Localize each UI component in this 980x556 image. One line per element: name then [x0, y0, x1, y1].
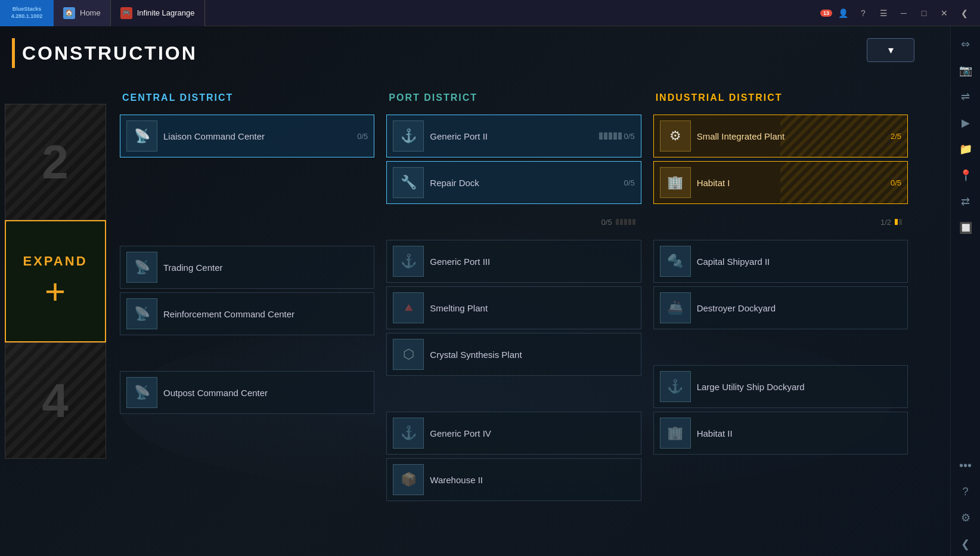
habitat-1-card[interactable]: 🏢 Habitat I 0/5	[653, 161, 908, 204]
liaison-cmd-icon-wrap: 📡	[126, 121, 157, 152]
card-stripes	[780, 115, 907, 157]
trading-center-name: Trading Center	[163, 262, 368, 273]
window-controls: 13 👤 ? ☰ ─ □ ✕ ❮	[820, 4, 980, 23]
central-district: CENTRAL DISTRICT 📡 Liaison Command Cente…	[115, 86, 379, 556]
toolbar-folder-btn[interactable]: 📁	[954, 137, 978, 161]
toolbar-more-btn[interactable]: •••	[954, 453, 978, 477]
menu-btn[interactable]: ☰	[874, 4, 893, 23]
bolt-icon: 🔩	[667, 254, 683, 269]
toolbar-expand-btn[interactable]: ⇔	[954, 32, 978, 56]
districts-wrapper: CENTRAL DISTRICT 📡 Liaison Command Cente…	[110, 86, 917, 556]
toolbar-screenshot-btn[interactable]: 📷	[954, 58, 978, 82]
warehouse-icon: 📦	[401, 472, 417, 487]
anchor-4-icon: ⚓	[401, 425, 417, 441]
game-tab[interactable]: 🎮 Infinite Lagrange	[111, 0, 205, 26]
trading-center-card[interactable]: 📡 Trading Center	[120, 246, 374, 289]
generic-port-4-card[interactable]: ⚓ Generic Port IV	[386, 412, 641, 455]
game-tab-label: Infinite Lagrange	[137, 8, 195, 17]
level-sidebar: 2 EXPAND + 4	[0, 86, 110, 556]
destroyer-dockyard-name: Destroyer Dockyard	[697, 303, 901, 313]
home-tab-label: Home	[80, 8, 101, 17]
small-plant-icon-wrap: ⚙	[660, 121, 691, 152]
main-content: 2 EXPAND + 4 CENTRAL DISTRICT	[0, 86, 917, 556]
wrench-icon: 🔧	[401, 175, 417, 190]
smelting-plant-card[interactable]: 🔺 Smelting Plant	[386, 286, 641, 329]
liaison-cmd-count: 0/5	[357, 132, 368, 141]
user-icon-btn[interactable]: 👤	[833, 4, 852, 23]
central-sep	[120, 207, 374, 246]
broadcast-icon: 📡	[134, 260, 150, 275]
liaison-cmd-center-card[interactable]: 📡 Liaison Command Center 0/5	[120, 115, 374, 157]
central-district-header: CENTRAL DISTRICT	[120, 86, 374, 110]
warehouse-2-card[interactable]: 📦 Warehouse II	[386, 458, 641, 501]
s4	[628, 219, 631, 225]
large-utility-icon-wrap: ⚓	[660, 371, 691, 402]
back-btn[interactable]: ❮	[955, 4, 974, 23]
port-separator: 0/5	[386, 204, 641, 240]
habitat-2-icon-wrap: 🏢	[660, 418, 691, 449]
generic-port-3-icon-wrap: ⚓	[393, 246, 424, 277]
minimize-btn[interactable]: ─	[894, 4, 913, 23]
toolbar-back-btn[interactable]: ❮	[954, 532, 978, 556]
toolbar-pin-btn[interactable]: 📍	[954, 163, 978, 187]
port-district-title: PORT DISTRICT	[389, 92, 477, 103]
page-title: CONSTRUCTION	[22, 42, 197, 64]
gear-circle-icon: ⚙	[669, 128, 681, 144]
port-district-header: PORT DISTRICT	[386, 86, 641, 110]
bar3	[609, 132, 612, 140]
small-integrated-plant-card[interactable]: ⚙ Small Integrated Plant 2/5	[653, 115, 908, 157]
capital-shipyard-2-card[interactable]: 🔩 Capital Shipyard II	[653, 240, 908, 283]
game-area: CONSTRUCTION ▾ 2 EXPAND + 4	[0, 26, 950, 556]
home-tab[interactable]: 🏠 Home	[54, 0, 111, 26]
close-btn[interactable]: ✕	[935, 4, 954, 23]
habitat-2-card[interactable]: 🏢 Habitat II	[653, 412, 908, 455]
home-tab-icon: 🏠	[63, 7, 75, 19]
generic-port-2-name: Generic Port II	[430, 131, 593, 141]
port-district: PORT DISTRICT ⚓ Generic Port II	[382, 86, 646, 556]
generic-port-2-card[interactable]: ⚓ Generic Port II 0/5	[386, 115, 641, 157]
toolbar-help-btn[interactable]: ?	[954, 480, 978, 504]
repair-dock-name: Repair Dock	[430, 178, 618, 188]
port-count-bars	[599, 132, 622, 140]
port-level4-buildings: ⚓ Generic Port IV 📦 Warehouse II	[386, 412, 641, 501]
generic-port-3-card[interactable]: ⚓ Generic Port III	[386, 240, 641, 283]
repair-dock-card[interactable]: 🔧 Repair Dock 0/5	[386, 161, 641, 204]
destroyer-dockyard-card[interactable]: 🚢 Destroyer Dockyard	[653, 286, 908, 329]
generic-port-2-count: 0/5	[599, 132, 635, 141]
generic-port-3-name: Generic Port III	[430, 257, 634, 267]
large-utility-ship-dockyard-name: Large Utility Ship Dockyard	[697, 382, 901, 392]
expand-button[interactable]: EXPAND +	[5, 220, 106, 342]
port-level3-buildings: ⚓ Generic Port III 🔺 Smelting Plant ⬡	[386, 240, 641, 376]
repair-dock-icon-wrap: 🔧	[393, 167, 424, 198]
reinforcement-cmd-name: Reinforcement Command Center	[163, 309, 368, 319]
maximize-btn[interactable]: □	[914, 4, 934, 23]
port-level2-buildings: ⚓ Generic Port II 0/5	[386, 115, 641, 204]
right-toolbar: ⇔ 📷 ⇌ ▶ 📁 📍 ⇄ 🔲 ••• ? ⚙ ❮	[950, 26, 980, 556]
central-level2-buildings: 📡 Liaison Command Center 0/5	[120, 115, 374, 207]
s2	[620, 219, 623, 225]
reinforcement-cmd-card[interactable]: 📡 Reinforcement Command Center	[120, 292, 374, 335]
toolbar-rotate-btn[interactable]: ⇌	[954, 85, 978, 109]
toolbar-macro-btn[interactable]: 🔲	[954, 216, 978, 240]
large-utility-ship-dockyard-card[interactable]: ⚓ Large Utility Ship Dockyard	[653, 365, 908, 408]
crystal-synthesis-card[interactable]: ⬡ Crystal Synthesis Plant	[386, 333, 641, 376]
toolbar-multi-btn[interactable]: ⇄	[954, 190, 978, 214]
repair-dock-count: 0/5	[624, 178, 635, 187]
bar5	[618, 132, 622, 140]
capital-shipyard-icon-wrap: 🔩	[660, 246, 691, 277]
toolbar-video-btn[interactable]: ▶	[954, 111, 978, 135]
industrial-sep-bars	[895, 219, 902, 225]
smelting-icon-wrap: 🔺	[393, 292, 424, 323]
title-bar: BlueStacks4.280.1.1002 🏠 Home 🎮 Infinite…	[0, 0, 980, 26]
liaison-cmd-name: Liaison Command Center	[163, 131, 351, 141]
habitat-2-icon: 🏢	[667, 425, 683, 441]
help-btn[interactable]: ?	[854, 4, 873, 23]
outpost-cmd-card[interactable]: 📡 Outpost Command Center	[120, 371, 374, 414]
level-4-block: 4	[5, 342, 106, 459]
toolbar-settings-btn[interactable]: ⚙	[954, 506, 978, 530]
anchor-3-icon: ⚓	[401, 254, 417, 269]
generic-port-4-icon-wrap: ⚓	[393, 418, 424, 449]
dropdown-button[interactable]: ▾	[867, 38, 914, 62]
building-icon: 🏢	[667, 175, 683, 190]
header-accent-bar	[12, 38, 15, 68]
